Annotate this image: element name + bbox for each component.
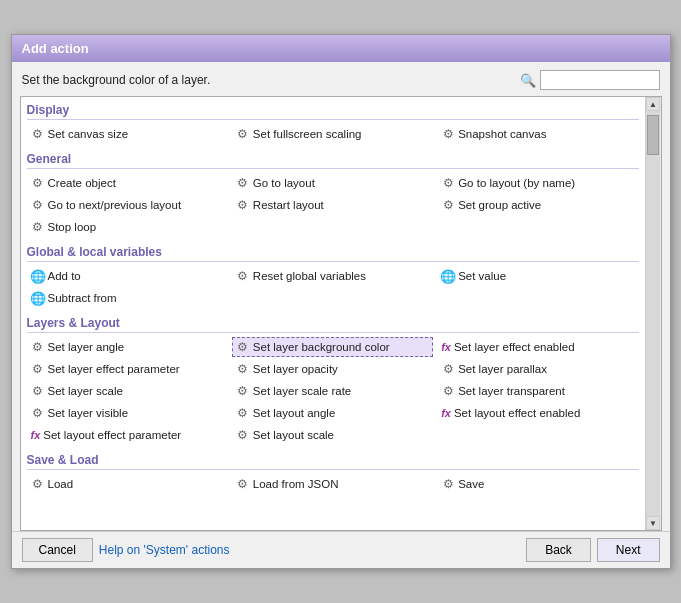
action-item[interactable]: ⚙Set layer opacity [232,359,433,379]
actions-list-wrapper: Display⚙Set canvas size⚙Set fullscreen s… [20,96,662,531]
action-label: Set layer effect parameter [48,363,180,375]
scroll-thumb[interactable] [647,115,659,155]
action-item[interactable]: ⚙Save [437,474,638,494]
action-item[interactable]: ⚙Set layer effect parameter [27,359,228,379]
action-label: Stop loop [48,221,97,233]
next-button[interactable]: Next [597,538,660,562]
action-item[interactable]: fxSet layout effect enabled [437,403,638,423]
gear-icon: ⚙ [236,198,250,212]
action-label: Set value [458,270,506,282]
action-item[interactable]: ⚙Set layer angle [27,337,228,357]
action-item[interactable]: ⚙Set layer transparent [437,381,638,401]
action-label: Set layer angle [48,341,125,353]
action-item[interactable]: ⚙Set layer visible [27,403,228,423]
section-grid-save-load: ⚙Load⚙Load from JSON⚙Save [27,474,639,494]
cancel-button[interactable]: Cancel [22,538,93,562]
gear-icon: ⚙ [441,176,455,190]
action-label: Set layer visible [48,407,129,419]
action-item[interactable]: ⚙Set layer parallax [437,359,638,379]
action-item[interactable]: 🌐Add to [27,266,228,286]
action-label: Create object [48,177,116,189]
action-item[interactable]: ⚙Stop loop [27,217,228,237]
action-item[interactable]: fxSet layer effect enabled [437,337,638,357]
gear-icon: ⚙ [31,477,45,491]
section-header-layers-layout: Layers & Layout [27,316,639,333]
action-item[interactable]: ⚙Set layer scale [27,381,228,401]
scroll-down-arrow[interactable]: ▼ [646,516,660,530]
section-grid-display: ⚙Set canvas size⚙Set fullscreen scaling⚙… [27,124,639,144]
subtitle-text: Set the background color of a layer. [22,73,211,87]
action-label: Snapshot canvas [458,128,546,140]
help-link[interactable]: Help on 'System' actions [99,543,230,557]
footer-left: Cancel Help on 'System' actions [22,538,230,562]
action-label: Set group active [458,199,541,211]
scrollbar[interactable]: ▲ ▼ [645,97,661,530]
action-label: Set layout effect parameter [43,429,181,441]
action-item[interactable]: ⚙Snapshot canvas [437,124,638,144]
section-grid-layers-layout: ⚙Set layer angle⚙Set layer background co… [27,337,639,445]
gear-icon: ⚙ [236,428,250,442]
gear-icon: ⚙ [236,406,250,420]
action-item [437,217,638,237]
action-item[interactable]: ⚙Set layout scale [232,425,433,445]
back-button[interactable]: Back [526,538,591,562]
gear-icon: ⚙ [31,406,45,420]
dialog-title: Add action [12,35,670,62]
action-item[interactable]: ⚙Go to layout (by name) [437,173,638,193]
gear-icon: ⚙ [236,340,250,354]
gear-icon: ⚙ [31,127,45,141]
action-label: Set layout effect enabled [454,407,580,419]
action-label: Set layer opacity [253,363,338,375]
gear-icon: ⚙ [31,176,45,190]
action-item[interactable]: ⚙Set fullscreen scaling [232,124,433,144]
action-label: Save [458,478,484,490]
action-label: Set layer parallax [458,363,547,375]
scroll-track[interactable] [646,111,660,516]
gear-icon: ⚙ [31,220,45,234]
action-item[interactable]: ⚙Create object [27,173,228,193]
section-grid-general: ⚙Create object⚙Go to layout⚙Go to layout… [27,173,639,237]
action-label: Set fullscreen scaling [253,128,362,140]
fx-icon: fx [31,429,41,441]
gear-icon: ⚙ [236,362,250,376]
action-item[interactable]: ⚙Set layer background color [232,337,433,357]
gear-icon: ⚙ [236,127,250,141]
action-label: Set layer effect enabled [454,341,575,353]
action-label: Set layer background color [253,341,390,353]
action-label: Subtract from [48,292,117,304]
action-label: Go to layout (by name) [458,177,575,189]
action-label: Load [48,478,74,490]
action-label: Go to next/previous layout [48,199,182,211]
gear-icon: ⚙ [441,477,455,491]
action-item[interactable]: ⚙Go to layout [232,173,433,193]
action-item[interactable]: ⚙Reset global variables [232,266,433,286]
action-item[interactable]: ⚙Set canvas size [27,124,228,144]
action-item[interactable]: 🌐Subtract from [27,288,228,308]
action-item[interactable]: ⚙Go to next/previous layout [27,195,228,215]
action-label: Restart layout [253,199,324,211]
action-label: Set layer scale [48,385,123,397]
action-item[interactable]: 🌐Set value [437,266,638,286]
fx-icon: fx [441,341,451,353]
action-item[interactable]: ⚙Restart layout [232,195,433,215]
section-header-general: General [27,152,639,169]
action-label: Set layout scale [253,429,334,441]
action-item[interactable]: ⚙Set layer scale rate [232,381,433,401]
action-item[interactable]: ⚙Set layout angle [232,403,433,423]
action-item[interactable]: ⚙Set group active [437,195,638,215]
gear-icon: ⚙ [31,198,45,212]
action-label: Set layer scale rate [253,385,351,397]
actions-list[interactable]: Display⚙Set canvas size⚙Set fullscreen s… [21,97,645,530]
gear-icon: ⚙ [31,340,45,354]
action-item[interactable]: fxSet layout effect parameter [27,425,228,445]
gear-icon: ⚙ [236,477,250,491]
action-label: Load from JSON [253,478,339,490]
action-item[interactable]: ⚙Load [27,474,228,494]
gear-icon: ⚙ [236,269,250,283]
scroll-up-arrow[interactable]: ▲ [646,97,660,111]
search-input[interactable] [540,70,660,90]
action-label: Set canvas size [48,128,129,140]
dialog-subtitle: Set the background color of a layer. 🔍 [12,62,670,96]
action-item[interactable]: ⚙Load from JSON [232,474,433,494]
action-label: Add to [48,270,81,282]
